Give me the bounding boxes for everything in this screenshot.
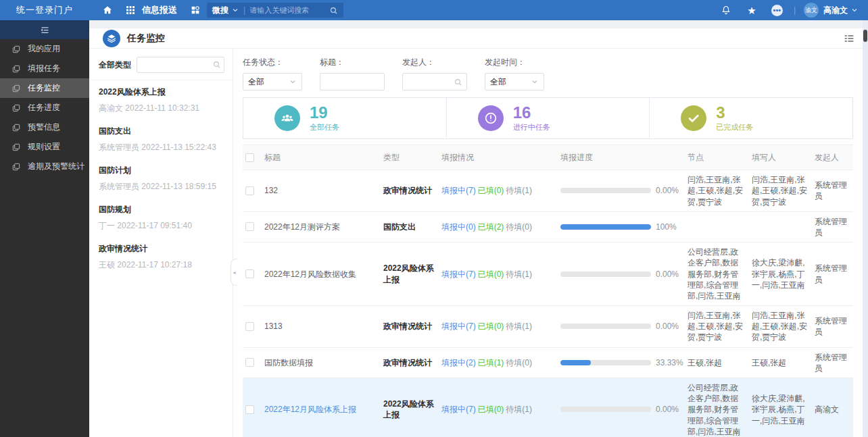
task-title: 国防规划 xyxy=(99,204,223,215)
sidebar-item-6[interactable]: 规则设置 xyxy=(0,137,89,157)
user-chevron-down-icon[interactable] xyxy=(850,6,859,14)
list-item[interactable]: 2022风险体系上报高渝文 2022-11-11 10:32:31 xyxy=(89,80,233,120)
sidebar-item-5[interactable]: 预警信息 xyxy=(0,118,89,137)
row-initiator: 高渝文 xyxy=(815,404,853,415)
row-title[interactable]: 1313 xyxy=(264,321,383,332)
task-meta: 丁一 2022-11-17 09:51:40 xyxy=(99,220,223,232)
topbar: 统一登录门户 信息报送 微搜 | 请输入关键词搜索 ★ ••• | 渝文 高渝文 xyxy=(0,0,868,20)
list-item[interactable]: 国防支出系统管理员 2022-11-13 15:22:43 xyxy=(89,120,233,159)
row-fill-status: 填报中(7)已填(0)待填(1) xyxy=(441,269,560,280)
list-view-icon[interactable] xyxy=(844,34,854,43)
progress-percent: 0.00% xyxy=(656,321,679,332)
search-placeholder[interactable]: 请输入关键词搜索 xyxy=(249,5,329,16)
avatar[interactable]: 渝文 xyxy=(804,3,819,18)
filter-initiator: 发起人： xyxy=(402,54,467,91)
column-header: 类型 xyxy=(383,152,441,163)
list-item[interactable]: 国防计划系统管理员 2022-11-13 18:59:15 xyxy=(89,159,233,198)
stat-card: 19全部任务 xyxy=(243,98,447,138)
row-title[interactable]: 2022年12月风险体系上报 xyxy=(264,404,383,415)
user-name[interactable]: 高渝文 xyxy=(823,5,848,16)
task-type-panel: 全部类型 2022风险体系上报高渝文 2022-11-11 10:32:31国防… xyxy=(89,49,233,437)
progress-track xyxy=(560,324,651,329)
row-progress: 0.00% xyxy=(560,269,688,280)
home-icon[interactable] xyxy=(101,4,114,16)
portal-title: 统一登录门户 xyxy=(0,4,89,16)
table-row[interactable]: 2022年12月风险数据收集2022风险体系上报填报中(7)已填(0)待填(1)… xyxy=(243,242,853,306)
row-checkbox[interactable] xyxy=(245,222,254,231)
module-logo-layers-icon xyxy=(103,30,120,47)
task-title: 国防支出 xyxy=(99,126,223,137)
row-checkbox[interactable] xyxy=(245,358,254,367)
progress-track xyxy=(560,188,651,193)
list-item[interactable]: 国防规划丁一 2022-11-17 09:51:40 xyxy=(89,198,233,237)
topbar-right: ★ ••• | 渝文 高渝文 xyxy=(706,3,859,18)
time-select[interactable]: 全部 xyxy=(485,73,544,91)
table-row[interactable]: 1313政审情况统计填报中(7)已填(0)待填(1)0.00%闫浩,王亚南,张超… xyxy=(243,306,853,348)
sidebar-item-3[interactable]: 任务监控 xyxy=(0,78,89,98)
table-row[interactable]: 132政审情况统计填报中(7)已填(0)待填(1)0.00%闫浩,王亚南,张超,… xyxy=(243,170,853,212)
table-row[interactable]: 2022年12月风险体系上报2022风险体系上报填报中(7)已填(0)待填(1)… xyxy=(243,378,853,437)
row-checkbox[interactable] xyxy=(245,405,254,414)
row-checkbox-cell xyxy=(243,358,264,367)
row-checkbox[interactable] xyxy=(245,186,254,195)
sidebar-item-4[interactable]: 任务进度 xyxy=(0,98,89,118)
title-input[interactable] xyxy=(325,77,379,86)
global-search[interactable]: 微搜 | 请输入关键词搜索 xyxy=(207,3,343,18)
document-icon xyxy=(11,143,21,152)
more-apps-icon[interactable]: ••• xyxy=(771,5,783,16)
app-grid-icon[interactable] xyxy=(124,4,137,16)
row-node: 王硕,张超 xyxy=(688,357,752,368)
row-writer: 王硕,张超 xyxy=(752,357,815,368)
search-scope-select[interactable]: 微搜 xyxy=(212,5,228,16)
row-writer: 徐大庆,梁沛麒,张宇辰,杨燕,丁一,闫浩,王亚南 xyxy=(752,393,815,426)
row-checkbox[interactable] xyxy=(245,322,254,331)
type-search xyxy=(137,57,224,73)
row-progress: 0.00% xyxy=(560,404,688,415)
row-checkbox[interactable] xyxy=(245,269,254,278)
row-type: 2022风险体系上报 xyxy=(383,399,441,420)
row-title[interactable]: 2022年12月测评方案 xyxy=(264,222,383,232)
sidebar-item-7[interactable]: 逾期及预警统计 xyxy=(0,157,89,176)
pending-count: 待填(0) xyxy=(506,358,532,367)
search-icon[interactable] xyxy=(212,60,221,69)
panel-collapse-handle[interactable]: ◂ xyxy=(231,259,237,286)
sidebar-item-2[interactable]: 填报任务 xyxy=(0,59,89,78)
sidebar-item-1[interactable]: 我的应用 xyxy=(0,39,89,59)
search-icon[interactable] xyxy=(329,6,338,15)
scrollbar[interactable] xyxy=(863,20,868,437)
filled-count: 已填(2) xyxy=(478,222,504,232)
apps-icon[interactable] xyxy=(189,4,201,16)
table-row[interactable]: 2022年12月测评方案国防支出填报中(0)已填(2)待填(0)100%系统管理… xyxy=(243,212,853,242)
task-title: 国防计划 xyxy=(99,165,223,176)
scrollbar-thumb[interactable] xyxy=(863,30,867,42)
progress-percent: 100% xyxy=(656,222,677,232)
favorite-star-icon[interactable]: ★ xyxy=(746,4,758,16)
filter-status: 任务状态： 全部 xyxy=(243,54,302,91)
app-name[interactable]: 信息报送 xyxy=(142,4,177,16)
row-title[interactable]: 2022年12月风险数据收集 xyxy=(264,269,383,280)
document-icon xyxy=(11,84,21,93)
sidebar-item-label: 填报任务 xyxy=(28,63,60,74)
stat-label: 全部任务 xyxy=(310,122,339,132)
initiator-input[interactable] xyxy=(408,77,452,86)
sidebar-collapse-icon[interactable] xyxy=(0,20,89,39)
row-node: 公司经营层,政企客户部,数据服务部,财务管理部,综合管理部,闫浩,王亚南 xyxy=(688,247,752,301)
type-search-input[interactable] xyxy=(137,57,224,73)
status-select[interactable]: 全部 xyxy=(243,73,302,91)
filled-count: 已填(0) xyxy=(478,322,504,331)
chevron-down-icon xyxy=(531,78,539,86)
progress-track xyxy=(560,407,651,412)
filled-count: 已填(0) xyxy=(478,405,504,414)
row-title[interactable]: 国防数据填报 xyxy=(264,357,383,368)
filter-initiator-label: 发起人： xyxy=(402,57,467,68)
table-row[interactable]: 国防数据填报政审情况统计填报中(2)已填(1)待填(0)33.33%王硕,张超王… xyxy=(243,348,853,378)
select-all-checkbox[interactable] xyxy=(245,153,254,162)
column-header: 填报情况 xyxy=(441,152,560,163)
list-item[interactable]: 政审情况统计王硕 2022-11-17 10:27:18 xyxy=(89,237,233,276)
row-title[interactable]: 132 xyxy=(264,185,383,196)
progress-percent: 0.00% xyxy=(656,269,679,280)
filter-title-label: 标题： xyxy=(320,57,385,68)
task-meta: 系统管理员 2022-11-13 18:59:15 xyxy=(99,181,223,192)
bell-icon[interactable] xyxy=(720,4,732,16)
row-fill-status: 填报中(7)已填(0)待填(1) xyxy=(441,185,560,196)
